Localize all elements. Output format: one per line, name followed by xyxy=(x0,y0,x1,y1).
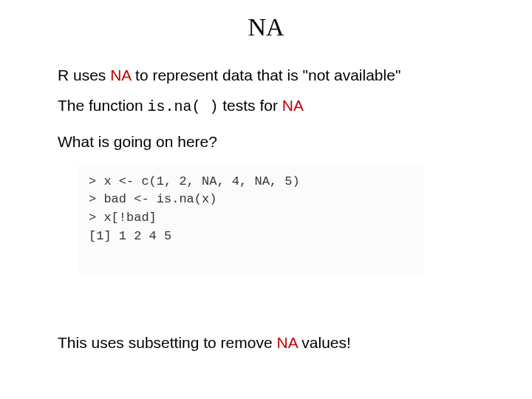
intro-line-2: The function is.na( ) tests for NA xyxy=(58,95,482,117)
code-line: > x <- c(1, 2, NA, 4, NA, 5) xyxy=(89,173,414,191)
inline-code: is.na( ) xyxy=(147,98,218,115)
na-keyword: NA xyxy=(276,334,297,351)
code-block: > x <- c(1, 2, NA, 4, NA, 5) > bad <- is… xyxy=(78,164,424,274)
na-keyword: NA xyxy=(110,66,131,83)
text-segment: to represent data that is "not available… xyxy=(131,66,400,83)
conclusion-line: This uses subsetting to remove NA values… xyxy=(58,334,351,352)
slide: NA R uses NA to represent data that is "… xyxy=(0,0,532,399)
text-segment: This uses subsetting to remove xyxy=(58,334,276,351)
text-segment: The function xyxy=(58,97,147,114)
text-segment: tests for xyxy=(218,97,282,114)
question-line: What is going on here? xyxy=(58,132,482,151)
slide-title: NA xyxy=(0,13,532,41)
text-segment: values! xyxy=(298,334,351,351)
slide-body: R uses NA to represent data that is "not… xyxy=(58,65,482,273)
intro-line-1: R uses NA to represent data that is "not… xyxy=(58,65,482,85)
code-line: [1] 1 2 4 5 xyxy=(89,228,414,246)
text-segment: R uses xyxy=(58,66,110,83)
code-line: > bad <- is.na(x) xyxy=(89,191,414,209)
na-keyword: NA xyxy=(282,97,304,114)
code-line: > x[!bad] xyxy=(89,209,414,228)
